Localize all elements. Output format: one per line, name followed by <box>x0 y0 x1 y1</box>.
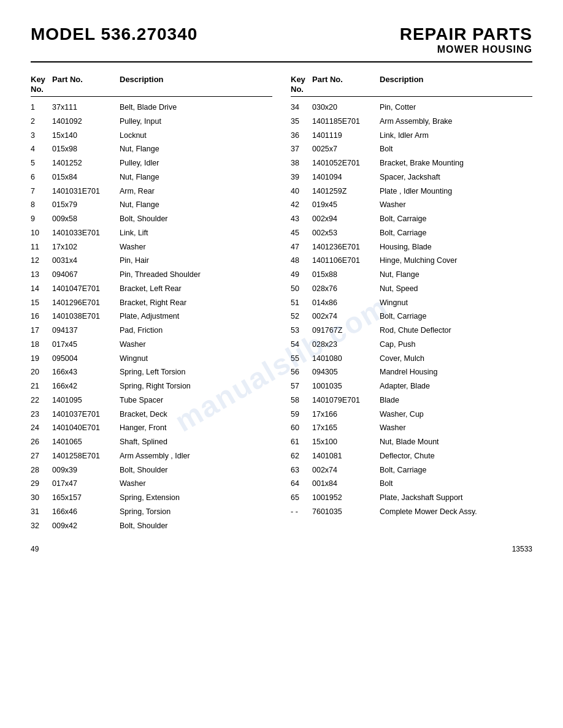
table-row: 22 1401095 Tube Spacer <box>31 393 272 408</box>
description: Bolt, Carriage <box>380 311 532 322</box>
part-no: 0031x4 <box>52 255 120 267</box>
table-row: 20 166x43 Spring, Left Torsion <box>31 365 272 379</box>
table-row: 1 37x111 Belt, Blade Drive <box>31 100 272 115</box>
table-row: 43 002x94 Bolt, Carraige <box>291 212 532 226</box>
description: Spring, Extension <box>120 492 272 504</box>
table-row: 54 028x23 Cap, Push <box>291 338 532 352</box>
table-row: 48 1401106E701 Hinge, Mulching Cover <box>291 254 532 268</box>
key-no: 29 <box>31 478 52 490</box>
part-no: 15x100 <box>312 436 380 448</box>
key-no: 14 <box>31 283 52 295</box>
table-row: 13 094067 Pin, Threaded Shoulder <box>31 268 272 282</box>
key-no: 22 <box>31 395 52 406</box>
table-row: 61 15x100 Nut, Blade Mount <box>291 435 532 449</box>
table-row: 36 1401119 Link, Idler Arm <box>291 129 532 143</box>
table-row: 30 165x157 Spring, Extension <box>31 491 272 505</box>
description: Bolt, Carraige <box>380 213 532 225</box>
description: Nut, Flange <box>380 269 532 281</box>
table-row: 60 17x165 Washer <box>291 421 532 435</box>
key-no: 30 <box>31 492 52 504</box>
key-no: 56 <box>291 366 312 378</box>
description: Pad, Friction <box>120 325 272 336</box>
part-no: 015x84 <box>52 172 120 183</box>
description: Bracket, Brake Mounting <box>380 157 532 169</box>
key-no: 39 <box>291 172 312 183</box>
description: Bolt, Shoulder <box>120 464 272 476</box>
key-no: 16 <box>31 311 52 322</box>
table-row: 6 015x84 Nut, Flange <box>31 170 272 184</box>
description: Spring, Left Torsion <box>120 366 272 378</box>
table-row: 26 1401065 Shaft, Splined <box>31 435 272 449</box>
part-no: 030x20 <box>312 102 380 113</box>
table-row: 37 0025x7 Bolt <box>291 142 532 156</box>
key-no: 60 <box>291 422 312 434</box>
description: Blade <box>380 395 532 406</box>
part-no: 166x42 <box>52 381 120 392</box>
key-no: 3 <box>31 130 52 142</box>
key-no: 38 <box>291 157 312 169</box>
description: Pin, Hair <box>120 255 272 267</box>
key-no: 55 <box>291 353 312 365</box>
part-no: 094137 <box>52 325 120 336</box>
description: Pin, Threaded Shoulder <box>120 269 272 281</box>
key-no: 24 <box>31 422 52 434</box>
key-no: 37 <box>291 143 312 155</box>
left-rows: 1 37x111 Belt, Blade Drive 2 1401092 Pul… <box>31 100 272 533</box>
key-no: 7 <box>31 186 52 197</box>
part-no: 1401106E701 <box>312 255 380 267</box>
description: Bracket, Deck <box>120 409 272 420</box>
part-no: 17x165 <box>312 422 380 434</box>
table-row: 29 017x47 Washer <box>31 477 272 491</box>
right-col-header: KeyNo. Part No. Description <box>291 75 532 97</box>
description: Spring, Torsion <box>120 506 272 518</box>
table-row: 15 1401296E701 Bracket, Right Rear <box>31 296 272 310</box>
part-no: 002x74 <box>312 311 380 322</box>
part-no: 1401047E701 <box>52 283 120 295</box>
table-row: 23 1401037E701 Bracket, Deck <box>31 408 272 422</box>
table-row: 63 002x74 Bolt, Carriage <box>291 463 532 477</box>
key-no: 54 <box>291 339 312 351</box>
table-row: 53 091767Z Rod, Chute Deflector <box>291 324 532 338</box>
description: Adapter, Blade <box>380 381 532 392</box>
table-row: 17 094137 Pad, Friction <box>31 324 272 338</box>
key-no: 13 <box>31 269 52 281</box>
part-no: 091767Z <box>312 325 380 336</box>
part-no: 094305 <box>312 366 380 378</box>
description: Washer <box>120 241 272 253</box>
table-row: 35 1401185E701 Arm Assembly, Brake <box>291 115 532 129</box>
header-divider <box>31 61 532 63</box>
parts-table: KeyNo. Part No. Description 1 37x111 Bel… <box>31 75 532 533</box>
description: Plate, Adjustment <box>120 311 272 322</box>
table-row: 21 166x42 Spring, Right Torsion <box>31 379 272 393</box>
table-row: 34 030x20 Pin, Cotter <box>291 100 532 115</box>
key-no: 53 <box>291 325 312 336</box>
part-no: 015x79 <box>52 199 120 211</box>
key-no: 65 <box>291 492 312 504</box>
part-no: 1401038E701 <box>52 311 120 322</box>
table-row: 51 014x86 Wingnut <box>291 296 532 310</box>
part-no: 1401040E701 <box>52 422 120 434</box>
part-no: 009x39 <box>52 464 120 476</box>
part-no: 001x84 <box>312 478 380 490</box>
part-no: 009x58 <box>52 213 120 225</box>
table-row: 45 002x53 Bolt, Carriage <box>291 226 532 240</box>
part-no: 1001952 <box>312 492 380 504</box>
key-no: 9 <box>31 213 52 225</box>
key-no: 58 <box>291 395 312 406</box>
right-desc-header: Description <box>380 75 532 94</box>
description: Washer <box>120 478 272 490</box>
table-row: 42 019x45 Washer <box>291 198 532 212</box>
repair-parts-subtitle: MOWER HOUSING <box>400 44 532 55</box>
part-no: 1001035 <box>312 381 380 392</box>
description: Washer, Cup <box>380 409 532 420</box>
key-no: 62 <box>291 450 312 462</box>
key-no: 12 <box>31 255 52 267</box>
key-no: 8 <box>31 199 52 211</box>
description: Arm Assembly, Brake <box>380 116 532 127</box>
key-no: 11 <box>31 241 52 253</box>
description: Plate, Jackshaft Support <box>380 492 532 504</box>
right-key-no-header: KeyNo. <box>291 75 312 94</box>
part-no: 1401080 <box>312 353 380 365</box>
part-no: 015x98 <box>52 143 120 155</box>
table-row: 47 1401236E701 Housing, Blade <box>291 240 532 254</box>
